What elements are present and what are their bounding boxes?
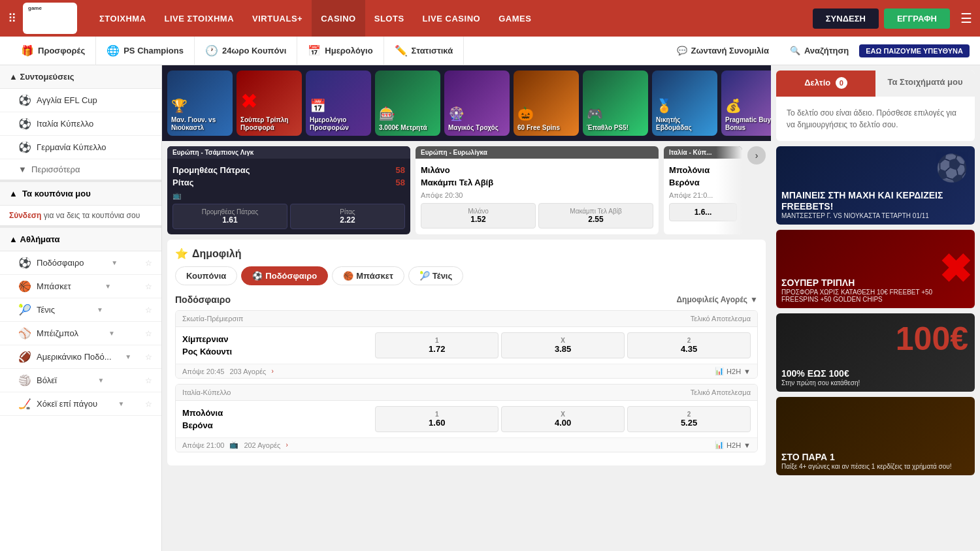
promo-card-8[interactable]: 💰 Pragmatic Buy Bonus — [721, 71, 771, 136]
promo-card-6[interactable]: 🎮 Έπαθλο PS5! — [583, 71, 648, 136]
pop-tab-basketball[interactable]: 🏀 Μπάσκετ — [332, 266, 404, 285]
odd-cell-0-1[interactable]: Χ 3.85 — [501, 332, 625, 358]
result-label-0: Τελικό Αποτελεσμα — [691, 315, 751, 323]
sidebar-item-tennis[interactable]: 🎾 Τένις ☆ — [0, 298, 161, 322]
logo[interactable]: game Stoixima .gr — [23, 3, 77, 35]
sec-nav-ps-champions[interactable]: 🌐 PS Champions — [96, 37, 195, 65]
sec-nav-24h-coupon[interactable]: 🕐 24ωρο Κουπόνι — [195, 37, 297, 65]
promo-card-3[interactable]: 🎰 3.000€ Μετρητά — [375, 71, 440, 136]
odd-btn-1-1[interactable]: Μακάμπι Τελ Αβίβ 2.55 — [538, 203, 653, 228]
promo-card-5[interactable]: 🎃 60 Free Spins — [514, 71, 579, 136]
promo-card-0[interactable]: 🏆 Μαν. Γιουν. vs Νιούκαστλ — [167, 71, 233, 136]
sec-nav-search[interactable]: 🔍 Αναζήτηση — [779, 37, 859, 65]
promo-banner-0[interactable]: ⚽ ΜΠΑΙΝΕΙΣ ΣΤΗ ΜΑΧΗ ΚΑΙ ΚΕΡΔΙΖΕΙΣ FREEBE… — [776, 146, 975, 225]
soccer-fav-icon[interactable]: ☆ — [145, 259, 152, 268]
login-link[interactable]: Σύνδεση — [9, 211, 41, 220]
odd-cell-1-1[interactable]: Χ 4.00 — [501, 406, 625, 432]
betslip-tab-slip[interactable]: Δελτίο 0 — [776, 71, 875, 97]
nav-casino[interactable]: CASINO — [312, 0, 365, 37]
more-markets-1[interactable]: 202 Αγορές — [244, 441, 280, 449]
live-match-teams-1: Μιλάνο Μακάμπι Τελ Αβίβ — [421, 164, 653, 189]
popular-markets-dropdown[interactable]: Δημοφιλείς Αγορές — [676, 295, 758, 304]
soccer-tab-icon: ⚽ — [252, 271, 263, 281]
sec-nav-offers[interactable]: 🎁 Προσφορές — [10, 37, 96, 65]
odd-btn-0-0[interactable]: Προμηθέας Πάτρας 1.61 — [172, 204, 287, 229]
eao-badge[interactable]: ΕΑΩ ΠΑΙΖΟΥΜΕ ΥΠΕΥΘΥΝΑ — [859, 44, 970, 57]
baseball-fav-icon[interactable]: ☆ — [145, 329, 152, 338]
odd-cell-1-2[interactable]: 2 5.25 — [627, 406, 751, 432]
promo-card-icon-6: 🎮 — [587, 106, 644, 121]
sidebar-item-basketball[interactable]: 🏀 Μπάσκετ ☆ — [0, 275, 161, 298]
sport-title-text: Ποδόσφαιρο — [175, 294, 231, 305]
american-football-fav-icon[interactable]: ☆ — [145, 353, 152, 362]
promo-banner-3[interactable]: ΣΤΟ ΠΑΡΑ 1 Παίξε 4+ αγώνες και αν πέσεις… — [776, 397, 975, 475]
basketball-tab-icon: 🏀 — [343, 271, 353, 281]
login-button[interactable]: ΣΥΝΔΕΣΗ — [813, 8, 879, 29]
nav-slots[interactable]: SLOTS — [365, 0, 414, 37]
pop-tab-coupons[interactable]: Κουπόνια — [175, 266, 237, 285]
sec-nav-stats[interactable]: ✏️ Στατιστικά — [384, 37, 465, 65]
odd-btn-0-1[interactable]: Ρίτας 2.22 — [290, 204, 405, 229]
nav-games[interactable]: GAMES — [489, 0, 540, 37]
sidebar-item-american-football[interactable]: 🏈 Αμερικάνικο Ποδό... ☆ — [0, 345, 161, 369]
basketball-expand-icon — [105, 283, 111, 290]
sports-header[interactable]: Αθλήματα — [0, 225, 161, 251]
sidebar-item-italy-cup[interactable]: ⚽ Ιταλία Κύπελλο — [0, 112, 161, 136]
odd-btn-1-0[interactable]: Μιλάνο 1.52 — [421, 203, 536, 228]
odd-cell-0-2[interactable]: 2 4.35 — [627, 332, 751, 358]
h2h-btn-1[interactable]: 📊 H2H — [715, 441, 751, 449]
tennis-fav-icon[interactable]: ☆ — [145, 306, 152, 315]
hockey-fav-icon[interactable]: ☆ — [145, 400, 152, 409]
tennis-expand-icon — [97, 306, 103, 313]
my-coupons-header[interactable]: Τα κουπόνια μου — [0, 180, 161, 206]
pop-tab-tennis[interactable]: 🎾 Τένις — [408, 266, 463, 285]
promo-card-2[interactable]: 📅 Ημερολόγιο Προσφορών — [306, 71, 371, 136]
more-markets-0[interactable]: 203 Αγορές — [229, 368, 266, 375]
sidebar-item-soccer[interactable]: ⚽ Ποδόσφαιρο ☆ — [0, 251, 161, 275]
odd-label-1-1: Μακάμπι Τελ Αβίβ — [542, 208, 650, 215]
promo-card-4[interactable]: 🎡 Μαγικός Τροχός — [444, 71, 510, 136]
live-match-league-1: Ευρώπη - Ευρωλίγκα — [421, 149, 487, 156]
nav-live-casino[interactable]: LIVE CASINO — [414, 0, 490, 37]
odd-val-0-2: 4.35 — [630, 344, 747, 354]
nav-stoixima[interactable]: ΣΤΟΙΧΗΜΑ — [90, 0, 155, 37]
pop-tab-soccer[interactable]: ⚽ Ποδόσφαιρο — [241, 266, 328, 285]
betslip-tab-my-bets[interactable]: Τα Στοιχήματά μου — [875, 71, 975, 97]
sidebar-item-england-efl[interactable]: ⚽ Αγγλία EFL Cup — [0, 89, 161, 112]
secondary-nav: 🎁 Προσφορές 🌐 PS Champions 🕐 24ωρο Κουπό… — [0, 37, 980, 65]
odd-label-0-1: Ρίτας — [293, 208, 402, 215]
top-nav: ⠿ game Stoixima .gr ΣΤΟΙΧΗΜΑ LIVE ΣΤΟΙΧΗ… — [0, 0, 980, 37]
hundred-icon: 100€ — [896, 321, 968, 357]
promo-banner-2[interactable]: 100€ 100% ΕΩΣ 100€ Στην πρώτη σου κατάθε… — [776, 313, 975, 392]
sidebar-item-germany-cup[interactable]: ⚽ Γερμανία Κύπελλο — [0, 136, 161, 159]
sec-nav-live-chat[interactable]: 💬 Ζωντανή Συνομιλία — [666, 37, 779, 65]
h2h-chevron-1 — [743, 441, 751, 449]
sec-nav-calendar[interactable]: 📅 Ημερολόγιο — [297, 37, 384, 65]
promo-card-7[interactable]: 🏅 Νικητής Εβδομάδας — [652, 71, 717, 136]
live-match-nav-next[interactable]: › — [747, 146, 766, 165]
betslip-tab-label: Δελτίο — [804, 78, 830, 87]
promo-card-1[interactable]: ✖ Σούπερ Τρίπλη Προσφορά — [237, 71, 302, 136]
odd-val-0-1: 3.85 — [504, 344, 621, 354]
sidebar-item-baseball[interactable]: ⚾ Μπέιζμπολ ☆ — [0, 322, 161, 345]
promo-banner-1[interactable]: ✖ ΣΟΥΠΕΡ ΤΡΙΠΛΗ ΠΡΟΣΦΟΡΑ ΧΩΡΙΣ ΚΑΤΑΘΕΣΗ … — [776, 230, 975, 308]
basketball-fav-icon[interactable]: ☆ — [145, 282, 152, 291]
stats-icon: ✏️ — [395, 44, 408, 57]
sidebar-more[interactable]: Περισσότερα — [0, 159, 161, 180]
nav-live-stoixima[interactable]: LIVE ΣΤΟΙΧΗΜΑ — [155, 0, 244, 37]
match-time-1: Απόψε 21:00 — [182, 441, 224, 449]
sidebar-item-hockey[interactable]: 🏒 Χόκεϊ επί πάγου ☆ — [0, 392, 161, 416]
h2h-btn-0[interactable]: 📊 H2H — [715, 367, 751, 375]
sidebar-item-volleyball[interactable]: 🏐 Βόλεϊ ☆ — [0, 369, 161, 392]
odd-cell-1-0[interactable]: 1 1.60 — [375, 406, 498, 432]
register-button[interactable]: ΕΓΓΡΑΦΗ — [884, 8, 950, 29]
tennis-tab-icon: 🎾 — [419, 271, 430, 281]
burger-icon[interactable]: ☰ — [960, 10, 972, 26]
nav-virtuals[interactable]: VIRTUALS+ — [243, 0, 312, 37]
volleyball-fav-icon[interactable]: ☆ — [145, 376, 152, 385]
promo-card-title-7: Νικητής Εβδομάδας — [656, 116, 713, 132]
shortcuts-header[interactable]: Συντομεύσεις — [0, 65, 161, 89]
odd-cell-0-0[interactable]: 1 1.72 — [375, 332, 498, 358]
secondary-nav-right: 💬 Ζωντανή Συνομιλία 🔍 Αναζήτηση ΕΑΩ ΠΑΙΖ… — [666, 37, 970, 65]
grid-icon[interactable]: ⠿ — [8, 11, 16, 25]
